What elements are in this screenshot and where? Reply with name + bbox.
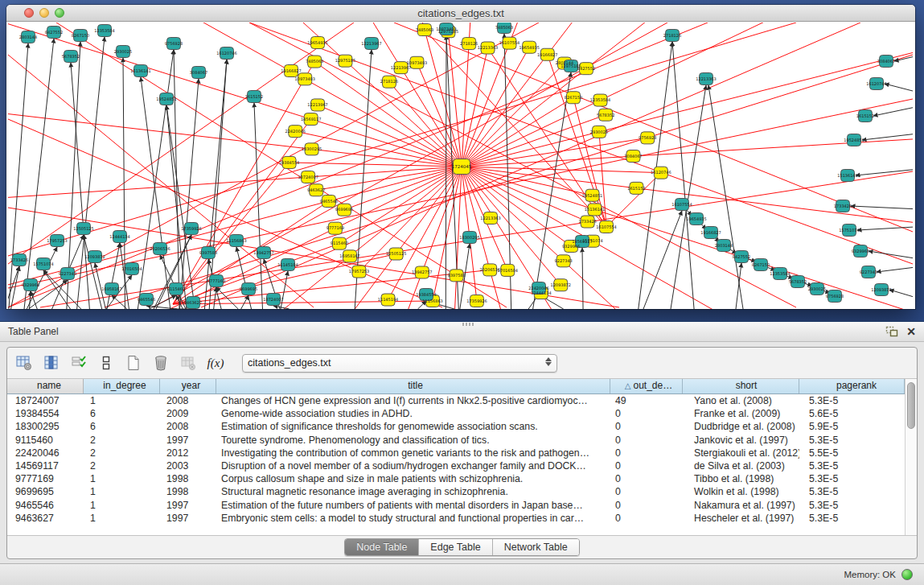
table-row[interactable]: 2242004622012Investigating the contribut… <box>7 447 905 459</box>
svg-text:9756928: 9756928 <box>165 41 183 46</box>
status-bar: Memory: OK <box>0 563 924 585</box>
table-cell: 0 <box>610 434 683 447</box>
svg-text:15751074: 15751074 <box>33 262 53 266</box>
svg-text:5678352: 5678352 <box>789 279 807 284</box>
zoom-window-button[interactable] <box>55 8 64 18</box>
column-header-year[interactable]: year <box>160 379 216 393</box>
table-row[interactable]: 1456911722003Disruption of a novel membe… <box>7 459 905 472</box>
table-settings-icon[interactable] <box>12 352 36 374</box>
network-canvas[interactable]: 1221396710973493748506312975185271812612… <box>8 23 913 309</box>
table-cell: Jankovic et al. (1997) <box>683 434 799 447</box>
svg-text:22420046: 22420046 <box>285 129 306 134</box>
tab-network-table[interactable]: Network Table <box>493 539 579 555</box>
svg-text:9465546: 9465546 <box>138 297 155 302</box>
table-row[interactable]: 946554611997Estimation of the future num… <box>7 499 905 512</box>
table-row[interactable]: 977716911998Corpus callosum shape and si… <box>7 472 905 485</box>
table-row[interactable]: 946362711997Embryonic stem cells: a mode… <box>7 512 905 525</box>
scrollbar-thumb[interactable] <box>907 382 915 429</box>
table-row[interactable]: 1938455462009Genome-wide association stu… <box>7 407 905 420</box>
panel-resize-grip[interactable] <box>462 323 474 326</box>
svg-text:19654935: 19654935 <box>307 40 327 45</box>
citation-network-graph[interactable]: 1221396710973493748506312975185271812612… <box>8 23 913 309</box>
svg-text:19654935: 19654935 <box>519 45 539 50</box>
close-panel-icon[interactable]: ✕ <box>906 324 916 339</box>
table-cell: 2012 <box>160 447 216 459</box>
table-row[interactable]: 911546021997Tourette syndrome. Phenomeno… <box>7 434 905 447</box>
table-cell: Investigating the contribution of common… <box>216 447 610 459</box>
svg-text:2803144: 2803144 <box>19 35 37 39</box>
column-header-title[interactable]: title <box>216 379 610 393</box>
svg-text:9115460: 9115460 <box>167 286 185 291</box>
delete-column-icon[interactable] <box>149 352 173 374</box>
svg-text:5678352: 5678352 <box>62 54 80 59</box>
table-vertical-scrollbar[interactable] <box>905 379 917 535</box>
table-cell: 5.9E-5 <box>799 420 905 433</box>
table-cell: 0 <box>610 407 683 420</box>
svg-text:16107554: 16107554 <box>499 40 519 45</box>
tab-node-table[interactable]: Node Table <box>345 539 419 555</box>
desktop-background: citations_edges.txt 12213967109734937485… <box>0 0 924 585</box>
new-column-icon[interactable] <box>121 352 146 374</box>
select-columns-icon[interactable] <box>67 352 91 374</box>
svg-text:8267150: 8267150 <box>752 262 770 267</box>
svg-text:15136141: 15136141 <box>130 68 150 73</box>
table-cell: 22420046 <box>7 447 84 459</box>
column-header-out_de[interactable]: △out_de… <box>610 379 683 393</box>
svg-text:12444134: 12444134 <box>109 234 129 239</box>
svg-text:12213363: 12213363 <box>478 45 498 50</box>
svg-text:8267150: 8267150 <box>565 95 582 100</box>
table-cell: 9463627 <box>7 512 84 525</box>
table-cell: 5.3E-5 <box>799 459 905 472</box>
window-title: citations_edges.txt <box>6 5 915 22</box>
table-cell: Estimation of the future numbers of pati… <box>216 499 610 512</box>
function-builder-icon[interactable]: f(x) <box>203 352 228 374</box>
table-cell: 9465546 <box>7 499 84 512</box>
svg-text:1615152: 1615152 <box>856 113 874 118</box>
minimize-window-button[interactable] <box>39 8 49 18</box>
svg-text:9115460: 9115460 <box>331 241 348 245</box>
tab-edge-table[interactable]: Edge Table <box>419 539 492 555</box>
window-titlebar[interactable]: citations_edges.txt <box>6 5 915 22</box>
table-cell: 0 <box>610 459 683 472</box>
table-panel-body: f(x) citations_edges.txt namein_degreeye… <box>6 347 918 559</box>
svg-text:19384554: 19384554 <box>416 292 436 297</box>
table-cell: 1998 <box>160 485 216 498</box>
column-header-short[interactable]: short <box>683 379 799 393</box>
svg-text:18300295: 18300295 <box>459 235 479 240</box>
table-body: 1872400712008Changes of HCN gene express… <box>7 394 905 535</box>
float-panel-icon[interactable] <box>885 326 898 337</box>
svg-text:9329966: 9329966 <box>562 244 580 249</box>
table-source-selector[interactable]: citations_edges.txt <box>242 354 557 373</box>
column-header-name[interactable]: name <box>7 379 84 393</box>
table-cell: 2 <box>84 447 160 459</box>
svg-text:9227343: 9227343 <box>555 258 573 263</box>
svg-text:12093872: 12093872 <box>84 254 105 259</box>
column-header-in_degree[interactable]: in_degree <box>84 379 160 393</box>
table-cell: 18300295 <box>7 420 84 433</box>
stacked-squares-icon[interactable] <box>94 352 118 374</box>
table-cell: 1998 <box>160 472 216 485</box>
table-cell: 49 <box>610 394 683 407</box>
table-cell: 0 <box>610 512 683 525</box>
table-cell: 9699695 <box>7 485 84 498</box>
svg-text:9777169: 9777169 <box>326 225 344 230</box>
table-cell: 1 <box>84 472 160 485</box>
show-columns-icon[interactable] <box>39 352 64 374</box>
table-row[interactable]: 1830029562008Estimation of significance … <box>7 420 905 433</box>
table-cell: 18724007 <box>7 394 84 407</box>
table-tabs-bar: Node TableEdge TableNetwork Table <box>7 536 917 558</box>
close-window-button[interactable] <box>24 8 34 18</box>
column-header-pagerank[interactable]: pagerank <box>799 379 905 393</box>
svg-text:16958167: 16958167 <box>101 286 121 291</box>
table-cell: Embryonic stem cells: a model to study s… <box>216 512 610 525</box>
table-row[interactable]: 969969511998Structural magnetic resonanc… <box>7 485 905 498</box>
table-row[interactable]: 1872400712008Changes of HCN gene express… <box>7 394 905 407</box>
sort-ascending-icon: △ <box>625 381 631 390</box>
svg-text:18300295: 18300295 <box>302 146 322 151</box>
delete-table-icon[interactable] <box>176 352 200 374</box>
table-cell: 14569117 <box>7 459 84 472</box>
svg-text:9463627: 9463627 <box>307 187 325 192</box>
table-cell: Estimation of significance thresholds fo… <box>216 420 610 433</box>
table-cell: Corpus callosum shape and size in male p… <box>216 472 610 485</box>
table-cell: 5.3E-5 <box>799 485 905 498</box>
